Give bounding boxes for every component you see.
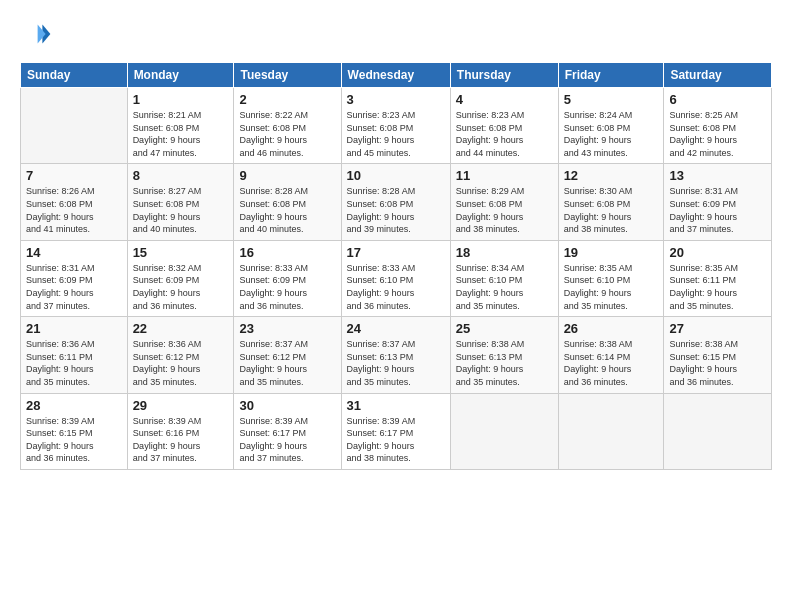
- weekday-header: Wednesday: [341, 63, 450, 88]
- day-number: 15: [133, 245, 229, 260]
- day-number: 25: [456, 321, 553, 336]
- calendar-cell: 20Sunrise: 8:35 AM Sunset: 6:11 PM Dayli…: [664, 240, 772, 316]
- calendar-cell: 27Sunrise: 8:38 AM Sunset: 6:15 PM Dayli…: [664, 317, 772, 393]
- day-info: Sunrise: 8:39 AM Sunset: 6:15 PM Dayligh…: [26, 415, 122, 465]
- day-info: Sunrise: 8:32 AM Sunset: 6:09 PM Dayligh…: [133, 262, 229, 312]
- calendar-cell: 13Sunrise: 8:31 AM Sunset: 6:09 PM Dayli…: [664, 164, 772, 240]
- day-info: Sunrise: 8:24 AM Sunset: 6:08 PM Dayligh…: [564, 109, 659, 159]
- day-number: 1: [133, 92, 229, 107]
- calendar-week-row: 1Sunrise: 8:21 AM Sunset: 6:08 PM Daylig…: [21, 88, 772, 164]
- day-info: Sunrise: 8:22 AM Sunset: 6:08 PM Dayligh…: [239, 109, 335, 159]
- day-info: Sunrise: 8:21 AM Sunset: 6:08 PM Dayligh…: [133, 109, 229, 159]
- calendar-header-row: SundayMondayTuesdayWednesdayThursdayFrid…: [21, 63, 772, 88]
- day-info: Sunrise: 8:28 AM Sunset: 6:08 PM Dayligh…: [239, 185, 335, 235]
- day-number: 5: [564, 92, 659, 107]
- calendar-cell: 11Sunrise: 8:29 AM Sunset: 6:08 PM Dayli…: [450, 164, 558, 240]
- calendar-cell: [558, 393, 664, 469]
- day-info: Sunrise: 8:25 AM Sunset: 6:08 PM Dayligh…: [669, 109, 766, 159]
- calendar-cell: 8Sunrise: 8:27 AM Sunset: 6:08 PM Daylig…: [127, 164, 234, 240]
- day-number: 8: [133, 168, 229, 183]
- calendar-cell: 16Sunrise: 8:33 AM Sunset: 6:09 PM Dayli…: [234, 240, 341, 316]
- day-info: Sunrise: 8:26 AM Sunset: 6:08 PM Dayligh…: [26, 185, 122, 235]
- calendar-table: SundayMondayTuesdayWednesdayThursdayFrid…: [20, 62, 772, 470]
- calendar-cell: 7Sunrise: 8:26 AM Sunset: 6:08 PM Daylig…: [21, 164, 128, 240]
- day-number: 27: [669, 321, 766, 336]
- day-number: 16: [239, 245, 335, 260]
- day-info: Sunrise: 8:23 AM Sunset: 6:08 PM Dayligh…: [456, 109, 553, 159]
- weekday-header: Saturday: [664, 63, 772, 88]
- calendar-cell: 4Sunrise: 8:23 AM Sunset: 6:08 PM Daylig…: [450, 88, 558, 164]
- weekday-header: Monday: [127, 63, 234, 88]
- day-number: 26: [564, 321, 659, 336]
- day-number: 20: [669, 245, 766, 260]
- day-info: Sunrise: 8:33 AM Sunset: 6:10 PM Dayligh…: [347, 262, 445, 312]
- weekday-header: Sunday: [21, 63, 128, 88]
- day-number: 14: [26, 245, 122, 260]
- day-info: Sunrise: 8:39 AM Sunset: 6:17 PM Dayligh…: [347, 415, 445, 465]
- day-number: 3: [347, 92, 445, 107]
- day-number: 23: [239, 321, 335, 336]
- weekday-header: Friday: [558, 63, 664, 88]
- day-info: Sunrise: 8:27 AM Sunset: 6:08 PM Dayligh…: [133, 185, 229, 235]
- day-number: 11: [456, 168, 553, 183]
- calendar-cell: 9Sunrise: 8:28 AM Sunset: 6:08 PM Daylig…: [234, 164, 341, 240]
- calendar-cell: 23Sunrise: 8:37 AM Sunset: 6:12 PM Dayli…: [234, 317, 341, 393]
- day-info: Sunrise: 8:36 AM Sunset: 6:11 PM Dayligh…: [26, 338, 122, 388]
- day-info: Sunrise: 8:31 AM Sunset: 6:09 PM Dayligh…: [669, 185, 766, 235]
- calendar-cell: [664, 393, 772, 469]
- day-info: Sunrise: 8:39 AM Sunset: 6:16 PM Dayligh…: [133, 415, 229, 465]
- calendar-week-row: 21Sunrise: 8:36 AM Sunset: 6:11 PM Dayli…: [21, 317, 772, 393]
- calendar-cell: 31Sunrise: 8:39 AM Sunset: 6:17 PM Dayli…: [341, 393, 450, 469]
- day-number: 9: [239, 168, 335, 183]
- day-number: 12: [564, 168, 659, 183]
- day-info: Sunrise: 8:38 AM Sunset: 6:14 PM Dayligh…: [564, 338, 659, 388]
- calendar-cell: 2Sunrise: 8:22 AM Sunset: 6:08 PM Daylig…: [234, 88, 341, 164]
- calendar-cell: 6Sunrise: 8:25 AM Sunset: 6:08 PM Daylig…: [664, 88, 772, 164]
- day-info: Sunrise: 8:31 AM Sunset: 6:09 PM Dayligh…: [26, 262, 122, 312]
- calendar-cell: 29Sunrise: 8:39 AM Sunset: 6:16 PM Dayli…: [127, 393, 234, 469]
- calendar-cell: 30Sunrise: 8:39 AM Sunset: 6:17 PM Dayli…: [234, 393, 341, 469]
- day-number: 24: [347, 321, 445, 336]
- calendar-week-row: 28Sunrise: 8:39 AM Sunset: 6:15 PM Dayli…: [21, 393, 772, 469]
- logo: [20, 18, 56, 50]
- calendar-cell: 17Sunrise: 8:33 AM Sunset: 6:10 PM Dayli…: [341, 240, 450, 316]
- calendar-cell: 18Sunrise: 8:34 AM Sunset: 6:10 PM Dayli…: [450, 240, 558, 316]
- day-number: 2: [239, 92, 335, 107]
- day-info: Sunrise: 8:37 AM Sunset: 6:12 PM Dayligh…: [239, 338, 335, 388]
- day-number: 29: [133, 398, 229, 413]
- day-number: 28: [26, 398, 122, 413]
- calendar-cell: [21, 88, 128, 164]
- day-info: Sunrise: 8:29 AM Sunset: 6:08 PM Dayligh…: [456, 185, 553, 235]
- day-number: 30: [239, 398, 335, 413]
- calendar-cell: 24Sunrise: 8:37 AM Sunset: 6:13 PM Dayli…: [341, 317, 450, 393]
- day-number: 18: [456, 245, 553, 260]
- day-number: 6: [669, 92, 766, 107]
- day-number: 19: [564, 245, 659, 260]
- day-number: 10: [347, 168, 445, 183]
- calendar-cell: 25Sunrise: 8:38 AM Sunset: 6:13 PM Dayli…: [450, 317, 558, 393]
- calendar-week-row: 14Sunrise: 8:31 AM Sunset: 6:09 PM Dayli…: [21, 240, 772, 316]
- calendar-cell: 1Sunrise: 8:21 AM Sunset: 6:08 PM Daylig…: [127, 88, 234, 164]
- day-number: 7: [26, 168, 122, 183]
- calendar-cell: 15Sunrise: 8:32 AM Sunset: 6:09 PM Dayli…: [127, 240, 234, 316]
- weekday-header: Tuesday: [234, 63, 341, 88]
- day-number: 4: [456, 92, 553, 107]
- day-info: Sunrise: 8:33 AM Sunset: 6:09 PM Dayligh…: [239, 262, 335, 312]
- day-number: 13: [669, 168, 766, 183]
- day-number: 21: [26, 321, 122, 336]
- day-info: Sunrise: 8:28 AM Sunset: 6:08 PM Dayligh…: [347, 185, 445, 235]
- calendar-week-row: 7Sunrise: 8:26 AM Sunset: 6:08 PM Daylig…: [21, 164, 772, 240]
- calendar-cell: 22Sunrise: 8:36 AM Sunset: 6:12 PM Dayli…: [127, 317, 234, 393]
- day-info: Sunrise: 8:39 AM Sunset: 6:17 PM Dayligh…: [239, 415, 335, 465]
- day-info: Sunrise: 8:35 AM Sunset: 6:10 PM Dayligh…: [564, 262, 659, 312]
- calendar-cell: 21Sunrise: 8:36 AM Sunset: 6:11 PM Dayli…: [21, 317, 128, 393]
- day-info: Sunrise: 8:30 AM Sunset: 6:08 PM Dayligh…: [564, 185, 659, 235]
- calendar-cell: 3Sunrise: 8:23 AM Sunset: 6:08 PM Daylig…: [341, 88, 450, 164]
- day-number: 22: [133, 321, 229, 336]
- header: [20, 18, 772, 50]
- day-number: 31: [347, 398, 445, 413]
- calendar-cell: 28Sunrise: 8:39 AM Sunset: 6:15 PM Dayli…: [21, 393, 128, 469]
- calendar-cell: [450, 393, 558, 469]
- calendar-cell: 12Sunrise: 8:30 AM Sunset: 6:08 PM Dayli…: [558, 164, 664, 240]
- calendar-cell: 14Sunrise: 8:31 AM Sunset: 6:09 PM Dayli…: [21, 240, 128, 316]
